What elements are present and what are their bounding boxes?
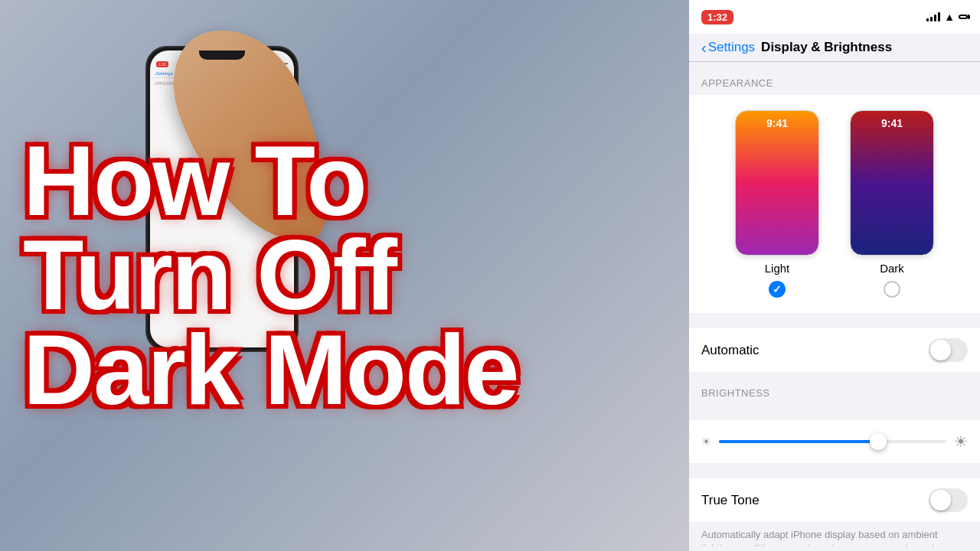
appearance-section-header: APPEARANCE [689,62,980,95]
wifi-icon: ▲ [944,11,955,23]
dark-mode-card[interactable]: 9:41 Dark [850,110,934,298]
true-tone-group: True Tone [689,478,980,522]
title-how-to: How To [23,134,666,229]
settings-panel: 1:32 ▲ ‹ Settings Display & Brightness A… [689,0,980,551]
automatic-toggle[interactable] [929,338,968,362]
dark-mode-preview: 9:41 [850,110,934,256]
hand-overlay [191,23,345,291]
status-icons: ▲ [926,11,968,23]
automatic-row: Automatic [689,328,980,372]
true-tone-row: True Tone [689,478,980,522]
nav-title: Display & Brightness [761,40,892,55]
dark-mode-label: Dark [880,262,904,275]
brightness-slider[interactable] [719,440,946,443]
overlay-text-container: How To Turn Off Dark Mode [0,0,689,551]
light-mode-radio[interactable] [769,281,786,298]
light-mode-card[interactable]: 9:41 Light [735,110,819,298]
brightness-row: ☀ ☀ [701,432,968,451]
content-area: APPEARANCE 9:41 Light 9:41 Dark [689,62,980,546]
status-time: 1:32 [701,10,733,24]
true-tone-toggle-thumb [930,490,951,510]
brightness-high-icon: ☀ [954,432,968,451]
appearance-section: 9:41 Light 9:41 Dark [689,95,980,313]
dark-mode-time: 9:41 [851,117,933,129]
nav-bar: ‹ Settings Display & Brightness [689,34,980,62]
automatic-toggle-thumb [930,340,951,360]
automatic-group: Automatic [689,328,980,372]
brightness-section-header: BRIGHTNESS [689,372,980,405]
status-bar: 1:32 ▲ [689,0,980,34]
bg-status-time: 1:32 [156,61,168,67]
light-mode-preview: 9:41 [735,110,819,256]
light-mode-time: 9:41 [736,117,818,129]
battery-icon [959,15,968,19]
dark-mode-radio[interactable] [884,281,900,298]
title-turn-off: Turn Off [23,228,666,323]
title-dark-mode: Dark Mode [23,323,666,418]
brightness-low-icon: ☀ [701,435,711,448]
true-tone-label: True Tone [701,493,760,508]
brightness-fill [719,440,878,443]
automatic-label: Automatic [701,343,760,358]
back-label: Settings [708,40,755,55]
back-button[interactable]: ‹ Settings [701,40,755,55]
bg-back-label: Settings [156,71,173,76]
true-tone-toggle[interactable] [929,488,968,512]
brightness-thumb [870,433,887,450]
video-thumbnail: 1:32 ▪▪▪ ‹ Settings Display & Brightness… [0,0,689,551]
true-tone-description: Automatically adapt iPhone display based… [689,522,980,546]
brightness-section: ☀ ☀ [689,420,980,463]
signal-icon [926,12,940,21]
back-chevron-icon: ‹ [701,40,707,55]
light-mode-label: Light [765,262,790,275]
